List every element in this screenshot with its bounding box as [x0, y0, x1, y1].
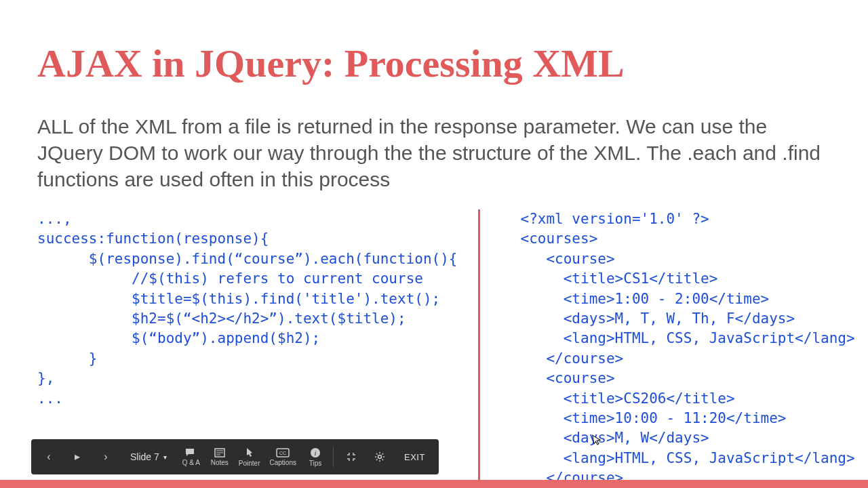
next-slide-button[interactable]: › [92, 439, 119, 474]
fullscreen-button[interactable] [338, 439, 365, 474]
bottom-accent-bar [0, 480, 868, 488]
captions-button[interactable]: CC Captions [266, 439, 300, 474]
pointer-icon [245, 447, 254, 458]
slide-body-text: ALL of the XML from a file is returned i… [37, 113, 831, 192]
slide-picker[interactable]: Slide 7 ▾ [121, 451, 176, 462]
gear-icon [374, 451, 385, 462]
captions-icon: CC [276, 448, 290, 458]
chevron-left-icon: ‹ [47, 451, 50, 462]
toolbar-separator [333, 447, 334, 467]
svg-text:CC: CC [279, 451, 286, 455]
code-right: <?xml version='1.0' ?> <courses> <course… [500, 209, 855, 488]
svg-point-8 [378, 455, 381, 459]
notes-icon [214, 448, 225, 458]
dropdown-caret-icon: ▾ [163, 453, 167, 461]
qa-button[interactable]: Q & A [178, 439, 205, 474]
chat-icon [185, 448, 197, 458]
pointer-label: Pointer [239, 460, 260, 467]
slide-number-label: Slide 7 [130, 451, 159, 462]
svg-text:i: i [314, 449, 316, 457]
prev-slide-button[interactable]: ‹ [35, 439, 62, 474]
pointer-button[interactable]: Pointer [235, 439, 264, 474]
settings-button[interactable] [366, 439, 393, 474]
notes-label: Notes [211, 459, 229, 466]
exit-label: EXIT [404, 452, 425, 462]
presenter-toolbar: ‹ ▸ › Slide 7 ▾ Q & A Notes Pointer CC C… [31, 439, 439, 474]
play-button[interactable]: ▸ [64, 439, 91, 474]
info-icon: i [310, 447, 321, 458]
captions-label: Captions [270, 459, 296, 466]
tips-label: Tips [309, 460, 322, 467]
notes-button[interactable]: Notes [206, 439, 233, 474]
fullscreen-exit-icon [346, 451, 357, 462]
qa-label: Q & A [182, 459, 200, 466]
play-icon: ▸ [75, 451, 80, 462]
tips-button[interactable]: i Tips [302, 439, 329, 474]
chevron-right-icon: › [104, 451, 107, 462]
slide-title: AJAX in JQuery: Processing XML [37, 41, 831, 86]
exit-button[interactable]: EXIT [395, 439, 435, 474]
mouse-cursor-icon [592, 433, 604, 447]
slide-content: AJAX in JQuery: Processing XML ALL of th… [0, 0, 868, 488]
